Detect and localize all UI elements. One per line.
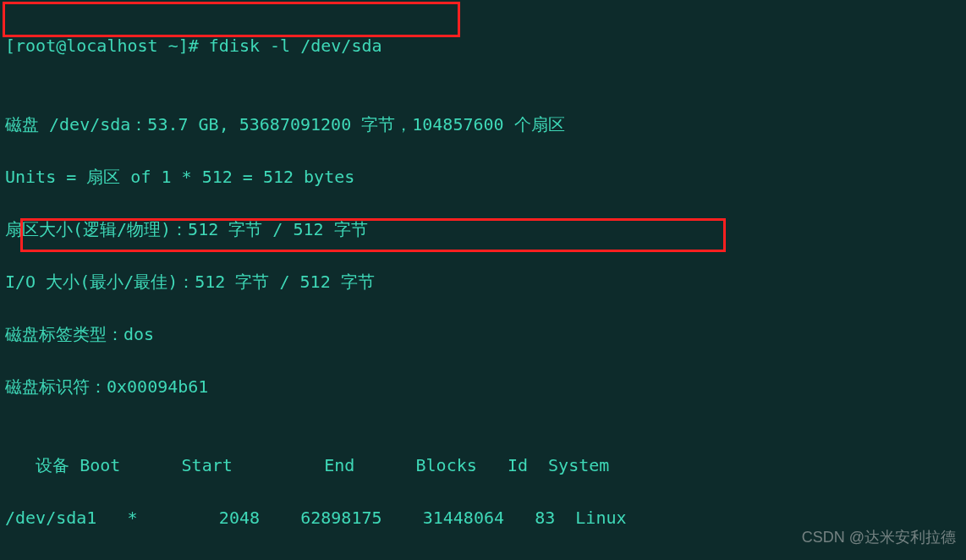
disk-id-line: 磁盘标识符：0x00094b61: [5, 374, 961, 400]
units-line: Units = 扇区 of 1 * 512 = 512 bytes: [5, 164, 961, 190]
label-type-line: 磁盘标签类型：dos: [5, 321, 961, 348]
shell-prompt: [root@localhost ~]#: [5, 36, 209, 56]
terminal-output[interactable]: [root@localhost ~]# fdisk -l /dev/sda 磁盘…: [5, 7, 961, 560]
command-text: fdisk -l /dev/sda: [209, 36, 382, 56]
prompt-line: [root@localhost ~]# fdisk -l /dev/sda: [5, 33, 961, 59]
io-size-line: I/O 大小(最小/最佳)：512 字节 / 512 字节: [5, 269, 961, 295]
sector-size-line: 扇区大小(逻辑/物理)：512 字节 / 512 字节: [5, 217, 961, 243]
disk-info-line: 磁盘 /dev/sda：53.7 GB, 53687091200 字节，1048…: [5, 112, 961, 138]
watermark-text: CSDN @达米安利拉德: [802, 526, 956, 550]
partition-table-header: 设备 Boot Start End Blocks Id System: [5, 453, 961, 479]
